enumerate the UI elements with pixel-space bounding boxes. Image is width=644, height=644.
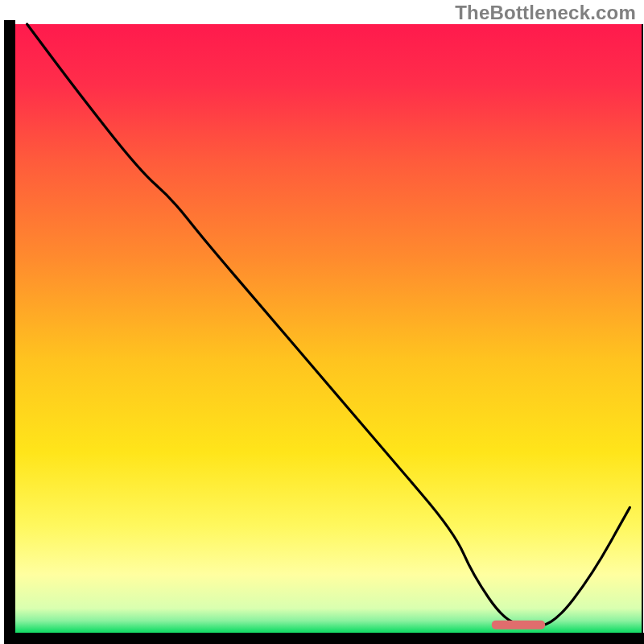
chart-stage: TheBottleneck.com (0, 0, 644, 644)
bottleneck-chart (0, 0, 644, 644)
optimum-marker (492, 621, 545, 630)
watermark-label: TheBottleneck.com (455, 2, 636, 24)
plot-background (14, 24, 642, 636)
